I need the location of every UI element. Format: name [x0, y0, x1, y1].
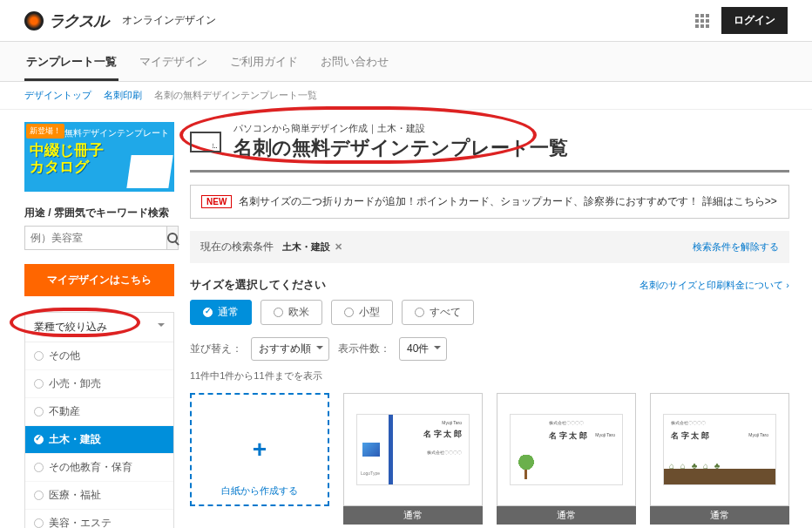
search-label: 用途 / 雰囲気でキーワード検索	[24, 206, 174, 220]
plus-icon: +	[253, 436, 267, 464]
filter-label: 土木・建設	[49, 432, 101, 447]
radio-icon	[34, 407, 44, 416]
filter-label: 美容・エステ	[49, 516, 112, 528]
filter-label: 小売・卸売	[49, 376, 101, 391]
template-card: 株式会社〇〇〇〇 名 字 太 郎 Myoji Taro 通常 建設_住宅イラスト…	[650, 393, 789, 528]
size-option[interactable]: 小型	[331, 300, 393, 325]
filter-item[interactable]: その他教育・保育	[25, 454, 173, 482]
brand-logo[interactable]: ラクスル オンラインデザイン	[24, 10, 216, 31]
page-title: 名刺の無料デザインテンプレート一覧	[233, 135, 568, 161]
filter-item[interactable]: 小売・卸売	[25, 370, 173, 398]
radio-icon	[34, 518, 44, 528]
promo-banner[interactable]: 新登場！ 無料デザインテンプレート 中綴じ冊子カタログ	[24, 122, 174, 192]
new-badge: NEW	[201, 195, 232, 208]
filter-item[interactable]: 美容・エステ	[25, 510, 173, 528]
conditions-label: 現在の検索条件	[200, 240, 274, 254]
size-option[interactable]: すべて	[402, 300, 474, 325]
card-blank: + 白紙から作成する 白紙から作成する	[190, 393, 329, 528]
template-thumb[interactable]: 株式会社〇〇〇〇 名 字 太 郎 Myoji Taro	[497, 393, 636, 506]
radio-icon	[34, 351, 44, 361]
result-count: 11件中1件から11件までを表示	[190, 369, 789, 382]
size-option-label: 小型	[359, 305, 380, 320]
filter-item[interactable]: その他	[25, 342, 173, 370]
search-icon	[167, 233, 178, 243]
promo-subtitle: 無料デザインテンプレート	[64, 127, 169, 139]
filter-item[interactable]: 医療・福祉	[25, 482, 173, 510]
page-supertitle: パソコンから簡単デザイン作成｜土木・建設	[233, 122, 568, 135]
nav-guide[interactable]: ご利用ガイド	[228, 49, 300, 81]
radio-icon	[34, 463, 44, 472]
radio-icon	[203, 308, 213, 317]
filter-label: その他教育・保育	[49, 460, 132, 475]
nav-templates[interactable]: テンプレート一覧	[24, 49, 118, 81]
remove-tag-icon[interactable]: ✕	[335, 241, 342, 252]
brand-subtitle: オンラインデザイン	[122, 13, 216, 28]
filter-item[interactable]: 土木・建設	[25, 426, 173, 454]
login-button[interactable]: ログイン	[721, 7, 788, 34]
notice-text: 名刺サイズの二つ折りカードが追加！ポイントカード、ショップカード、診察券におすす…	[239, 194, 776, 209]
sort-label: 並び替え：	[190, 342, 242, 356]
promo-image-icon	[126, 155, 173, 188]
template-card: 株式会社〇〇〇〇 名 字 太 郎 Myoji Taro 通常 住宅建設_自然 テ…	[497, 393, 636, 528]
clear-conditions-link[interactable]: 検索条件を解除する	[693, 240, 779, 254]
promo-badge: 新登場！	[26, 124, 64, 139]
blank-caption: 白紙から作成する	[221, 484, 298, 498]
card-icon	[190, 132, 221, 152]
template-thumb[interactable]: LogoType 名 字 太 郎 Myoji Taro 株式会社〇〇〇〇	[343, 393, 483, 506]
brand-name: ラクスル	[49, 10, 108, 31]
perpage-label: 表示件数：	[338, 342, 390, 356]
perpage-select[interactable]: 40件	[399, 337, 447, 361]
size-option[interactable]: 通常	[190, 300, 252, 325]
condition-tag: 土木・建設 ✕	[282, 240, 342, 254]
size-option-label: 欧米	[288, 305, 309, 320]
search-button[interactable]	[167, 226, 179, 250]
radio-icon	[344, 308, 354, 317]
mydesign-button[interactable]: マイデザインはこちら	[24, 264, 174, 296]
filter-heading[interactable]: 業種で絞り込み	[25, 313, 173, 342]
radio-icon	[34, 491, 44, 500]
sort-select[interactable]: おすすめ順	[251, 337, 329, 361]
template-card: LogoType 名 字 太 郎 Myoji Taro 株式会社〇〇〇〇 通常 …	[343, 393, 483, 528]
nav-mydesign[interactable]: マイデザイン	[138, 49, 209, 81]
notice-banner[interactable]: NEW 名刺サイズの二つ折りカードが追加！ポイントカード、ショップカード、診察券…	[190, 185, 789, 219]
blank-thumb[interactable]: + 白紙から作成する	[190, 393, 329, 506]
radio-icon	[274, 308, 283, 317]
breadcrumb: デザイントップ 名刺印刷 名刺の無料デザインテンプレート一覧	[0, 82, 812, 110]
size-label: サイズを選択してください	[190, 277, 326, 293]
filter-label: 医療・福祉	[49, 488, 101, 503]
size-badge: 通常	[343, 506, 483, 525]
crumb-top[interactable]: デザイントップ	[24, 89, 91, 102]
size-option[interactable]: 欧米	[261, 300, 322, 325]
size-badge: 通常	[497, 506, 636, 525]
filter-label: その他	[49, 349, 80, 363]
main-nav: テンプレート一覧 マイデザイン ご利用ガイド お問い合わせ	[0, 42, 812, 82]
logo-mark-icon	[24, 11, 44, 30]
size-option-label: 通常	[218, 305, 239, 320]
apps-grid-icon[interactable]	[695, 14, 709, 28]
size-option-label: すべて	[430, 305, 461, 320]
filter-item[interactable]: 不動産	[25, 398, 173, 426]
nav-contact[interactable]: お問い合わせ	[319, 49, 390, 81]
size-badge: 通常	[650, 506, 789, 525]
radio-icon	[34, 435, 44, 444]
template-thumb[interactable]: 株式会社〇〇〇〇 名 字 太 郎 Myoji Taro	[650, 393, 789, 506]
size-info-link[interactable]: 名刺のサイズと印刷料金について	[639, 279, 789, 292]
radio-icon	[34, 379, 44, 389]
filter-label: 不動産	[49, 404, 80, 419]
crumb-category[interactable]: 名刺印刷	[104, 89, 142, 102]
radio-icon	[415, 308, 424, 317]
crumb-current: 名刺の無料デザインテンプレート一覧	[154, 89, 317, 102]
search-input[interactable]	[24, 226, 167, 250]
